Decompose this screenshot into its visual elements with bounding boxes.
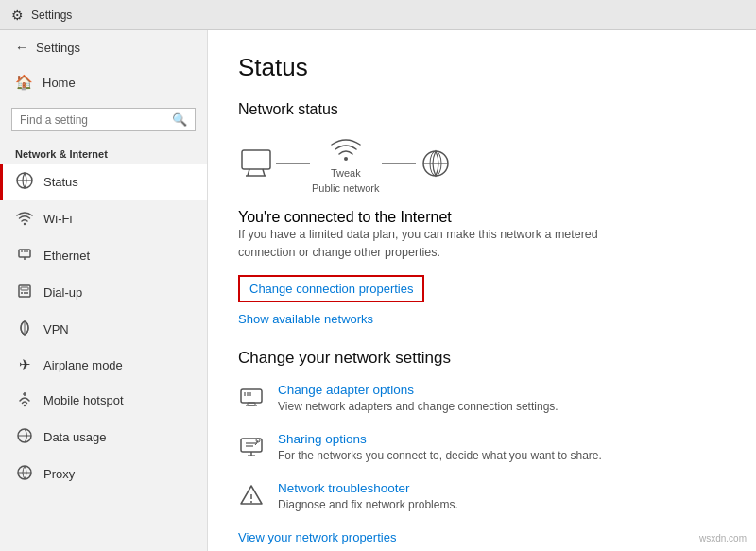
sidebar-item-ethernet[interactable]: Ethernet (0, 237, 207, 274)
sidebar-item-label-proxy: Proxy (43, 467, 75, 481)
sidebar: ← Settings 🏠 Home 🔍 Network & Internet S… (0, 30, 208, 551)
sidebar-item-dialup[interactable]: Dial-up (0, 274, 207, 311)
net-line-1 (276, 163, 310, 164)
adapter-icon (238, 385, 265, 415)
settings-icon: ⚙ (11, 8, 24, 23)
dialup-icon (15, 283, 34, 302)
status-icon (15, 172, 34, 192)
sidebar-item-label-wifi: Wi-Fi (43, 212, 72, 226)
svg-line-23 (248, 169, 249, 176)
connected-desc: If you have a limited data plan, you can… (238, 226, 635, 262)
hotspot-icon (15, 390, 34, 410)
ethernet-icon (15, 246, 34, 266)
sidebar-item-hotspot[interactable]: Mobile hotspot (0, 382, 207, 419)
svg-rect-36 (241, 439, 262, 452)
wifi-icon (15, 209, 34, 229)
sidebar-section-title: Network & Internet (0, 139, 207, 164)
sharing-icon (238, 434, 265, 464)
net-line-2 (382, 163, 416, 164)
troubleshoot-icon (238, 483, 265, 513)
svg-point-12 (26, 292, 28, 294)
troubleshoot-desc: Diagnose and fix network problems. (278, 497, 458, 513)
network-label: Public network (312, 182, 380, 194)
troubleshoot-title[interactable]: Network troubleshooter (278, 481, 458, 495)
sidebar-item-label-status: Status (43, 175, 78, 189)
svg-point-15 (24, 405, 26, 406)
sharing-text: Sharing options For the networks you con… (278, 432, 602, 464)
proxy-icon (15, 464, 34, 484)
sidebar-item-label-datausage: Data usage (43, 430, 107, 444)
show-networks-link[interactable]: Show available networks (238, 312, 726, 326)
network-diagram: Tweak Public network (238, 133, 726, 194)
title-bar: ⚙ Settings (0, 0, 756, 30)
svg-rect-9 (21, 287, 28, 290)
vpn-icon (15, 319, 34, 339)
svg-point-11 (24, 292, 26, 294)
change-section-title: Change your network settings (238, 349, 726, 368)
sidebar-item-label-hotspot: Mobile hotspot (43, 393, 124, 407)
sidebar-item-label-dialup: Dial-up (43, 285, 82, 300)
sharing-desc: For the networks you connect to, decide … (278, 448, 602, 464)
wifi-diagram-wrap: Tweak Public network (312, 133, 380, 194)
datausage-icon (15, 427, 34, 447)
search-input[interactable] (20, 113, 172, 127)
sidebar-item-wifi[interactable]: Wi-Fi (0, 200, 207, 237)
wifi-diagram-icon (328, 133, 364, 164)
sidebar-item-airplane[interactable]: ✈ Airplane mode (0, 348, 207, 382)
svg-rect-30 (241, 389, 262, 403)
title-bar-label: Settings (31, 9, 72, 22)
change-connection-button[interactable]: Change connection properties (238, 275, 424, 302)
globe-icon-wrap (418, 148, 454, 179)
adapter-option: Change adapter options View network adap… (238, 383, 726, 415)
connected-title: You're connected to the Internet (238, 209, 726, 226)
home-icon: 🏠 (15, 74, 33, 91)
svg-point-2 (24, 223, 26, 225)
sidebar-item-proxy[interactable]: Proxy (0, 456, 207, 492)
wifi-label: Tweak (331, 167, 361, 179)
sidebar-item-status[interactable]: Status (0, 164, 207, 200)
svg-point-26 (344, 157, 348, 161)
airplane-icon: ✈ (15, 356, 34, 373)
sidebar-item-label-vpn: VPN (43, 322, 69, 336)
home-label: Home (43, 76, 76, 90)
troubleshoot-option: Network troubleshooter Diagnose and fix … (238, 481, 726, 513)
sidebar-item-vpn[interactable]: VPN (0, 311, 207, 348)
svg-rect-22 (242, 150, 270, 169)
adapter-title[interactable]: Change adapter options (278, 383, 558, 397)
search-box[interactable]: 🔍 (11, 108, 196, 131)
watermark: wsxdn.com (699, 533, 747, 543)
sidebar-item-label-ethernet: Ethernet (43, 249, 90, 263)
page-title: Status (238, 53, 726, 82)
computer-icon-wrap (238, 148, 274, 179)
svg-point-43 (250, 501, 252, 503)
sidebar-item-label-airplane: Airplane mode (43, 358, 123, 372)
computer-icon (238, 148, 274, 179)
troubleshoot-text: Network troubleshooter Diagnose and fix … (278, 481, 458, 513)
sharing-option: Sharing options For the networks you con… (238, 432, 726, 464)
view-properties-link[interactable]: View your network properties (238, 530, 726, 544)
back-arrow-icon: ← (15, 40, 28, 55)
search-icon: 🔍 (172, 112, 187, 127)
main-container: ← Settings 🏠 Home 🔍 Network & Internet S… (0, 30, 756, 551)
sharing-title[interactable]: Sharing options (278, 432, 602, 446)
svg-line-24 (263, 169, 265, 176)
home-button[interactable]: 🏠 Home (0, 64, 207, 100)
adapter-text: Change adapter options View network adap… (278, 383, 558, 415)
adapter-desc: View network adapters and change connect… (278, 399, 558, 415)
network-status-title: Network status (238, 101, 726, 118)
back-label: Settings (36, 41, 80, 55)
sidebar-item-datausage[interactable]: Data usage (0, 419, 207, 456)
back-button[interactable]: ← Settings (0, 30, 207, 64)
globe-icon (418, 148, 454, 179)
svg-point-10 (21, 292, 23, 294)
content-area: Status Network status (208, 30, 756, 551)
